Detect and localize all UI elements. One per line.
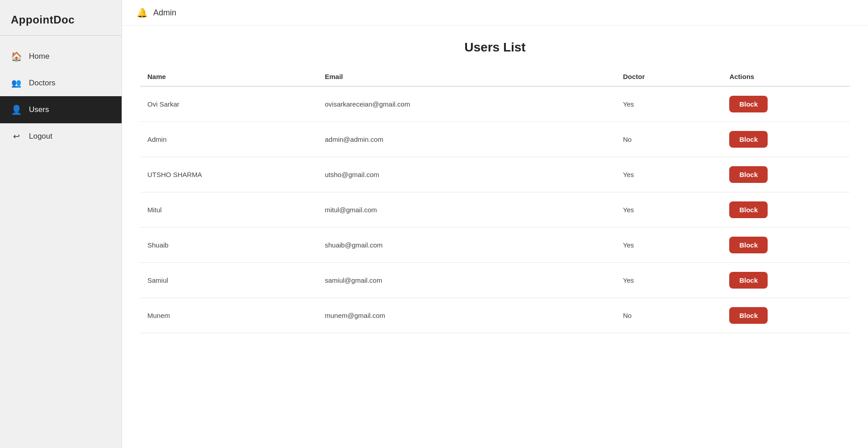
block-button-0[interactable]: Block — [729, 96, 768, 112]
col-header-name: Name — [140, 67, 318, 86]
cell-email: mitul@gmail.com — [318, 192, 616, 228]
cell-actions: Block — [722, 86, 850, 122]
table-row: Samiulsamiul@gmail.comYesBlock — [140, 263, 850, 298]
cell-name: Ovi Sarkar — [140, 86, 318, 122]
cell-actions: Block — [722, 263, 850, 298]
sidebar-item-doctors[interactable]: 👥 Doctors — [0, 70, 122, 96]
cell-doctor: Yes — [616, 157, 722, 192]
sidebar-item-users[interactable]: 👤 Users — [0, 96, 122, 123]
cell-email: ovisarkareceian@gmail.com — [318, 86, 616, 122]
users-icon: 👤 — [11, 104, 22, 115]
sidebar-item-users-label: Users — [29, 105, 49, 114]
col-header-actions: Actions — [722, 67, 850, 86]
cell-name: Admin — [140, 122, 318, 157]
cell-name: UTSHO SHARMA — [140, 157, 318, 192]
sidebar-item-home-label: Home — [29, 52, 49, 61]
cell-name: Mitul — [140, 192, 318, 228]
cell-actions: Block — [722, 298, 850, 333]
table-body: Ovi Sarkarovisarkareceian@gmail.comYesBl… — [140, 86, 850, 333]
sidebar-item-home[interactable]: 🏠 Home — [0, 43, 122, 70]
cell-email: samiul@gmail.com — [318, 263, 616, 298]
block-button-4[interactable]: Block — [729, 237, 768, 253]
app-logo: AppointDoc — [0, 0, 122, 36]
page-title: Users List — [140, 40, 850, 55]
cell-actions: Block — [722, 228, 850, 263]
home-icon: 🏠 — [11, 51, 22, 62]
cell-actions: Block — [722, 122, 850, 157]
main-content: 🔔 Admin Users List Name Email Doctor Act… — [122, 0, 868, 448]
table-row: Ovi Sarkarovisarkareceian@gmail.comYesBl… — [140, 86, 850, 122]
header-admin-label: Admin — [153, 8, 176, 18]
sidebar-item-logout-label: Logout — [29, 132, 52, 141]
sidebar-item-logout[interactable]: ↩ Logout — [0, 123, 122, 149]
cell-name: Samiul — [140, 263, 318, 298]
cell-name: Shuaib — [140, 228, 318, 263]
table-row: UTSHO SHARMAutsho@gmail.comYesBlock — [140, 157, 850, 192]
table-row: Shuaibshuaib@gmail.comYesBlock — [140, 228, 850, 263]
block-button-1[interactable]: Block — [729, 131, 768, 148]
col-header-email: Email — [318, 67, 616, 86]
cell-doctor: Yes — [616, 228, 722, 263]
sidebar-nav: 🏠 Home 👥 Doctors 👤 Users ↩ Logout — [0, 43, 122, 149]
table-row: Mitulmitul@gmail.comYesBlock — [140, 192, 850, 228]
cell-doctor: No — [616, 122, 722, 157]
doctors-icon: 👥 — [11, 78, 22, 88]
block-button-2[interactable]: Block — [729, 166, 768, 183]
cell-email: shuaib@gmail.com — [318, 228, 616, 263]
col-header-doctor: Doctor — [616, 67, 722, 86]
cell-doctor: No — [616, 298, 722, 333]
block-button-5[interactable]: Block — [729, 272, 768, 289]
cell-email: admin@admin.com — [318, 122, 616, 157]
cell-name: Munem — [140, 298, 318, 333]
cell-email: munem@gmail.com — [318, 298, 616, 333]
cell-doctor: Yes — [616, 263, 722, 298]
table-row: Munemmunem@gmail.comNoBlock — [140, 298, 850, 333]
header: 🔔 Admin — [122, 0, 868, 26]
sidebar-item-doctors-label: Doctors — [29, 79, 56, 88]
cell-doctor: Yes — [616, 192, 722, 228]
table-row: Adminadmin@admin.comNoBlock — [140, 122, 850, 157]
cell-email: utsho@gmail.com — [318, 157, 616, 192]
cell-actions: Block — [722, 192, 850, 228]
table-header-row: Name Email Doctor Actions — [140, 67, 850, 86]
logout-icon: ↩ — [11, 131, 22, 141]
sidebar: AppointDoc 🏠 Home 👥 Doctors 👤 Users ↩ Lo… — [0, 0, 122, 448]
block-button-6[interactable]: Block — [729, 307, 768, 324]
cell-doctor: Yes — [616, 86, 722, 122]
cell-actions: Block — [722, 157, 850, 192]
block-button-3[interactable]: Block — [729, 201, 768, 218]
users-table: Name Email Doctor Actions Ovi Sarkarovis… — [140, 67, 850, 333]
content-area: Users List Name Email Doctor Actions Ovi… — [122, 26, 868, 348]
bell-icon: 🔔 — [137, 7, 148, 18]
